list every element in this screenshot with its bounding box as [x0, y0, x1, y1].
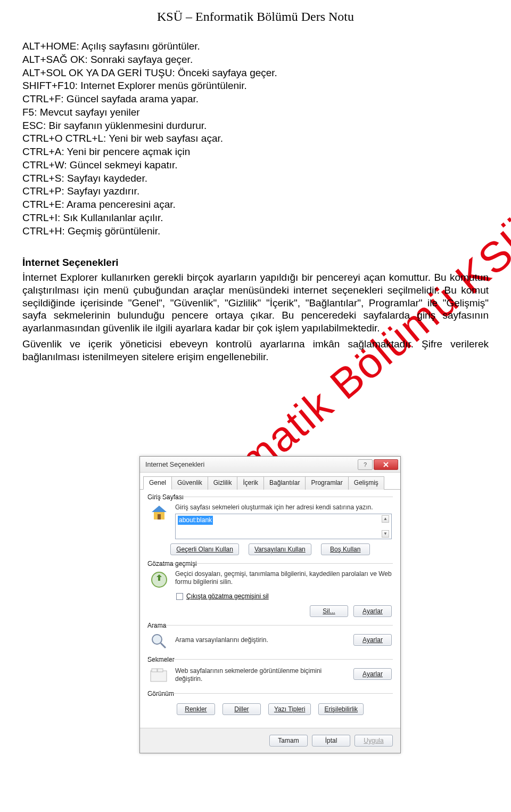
use-blank-button[interactable]: Boş Kullan: [321, 543, 370, 555]
close-icon: [383, 462, 389, 467]
apply-button[interactable]: Uygula: [355, 735, 393, 746]
use-current-button[interactable]: Geçerli Olanı Kullan: [170, 543, 239, 555]
svg-point-7: [152, 635, 162, 644]
shortcut-line: SHIFT+F10: Internet Explorer menüs görün…: [22, 79, 489, 92]
cancel-button[interactable]: İptal: [312, 735, 350, 746]
search-settings-button[interactable]: Ayarlar: [353, 634, 392, 646]
svg-rect-11: [158, 669, 163, 672]
shortcut-line: CTRL+P: Sayfayı yazdırır.: [22, 185, 489, 198]
dialog-title: Internet Seçenekleri: [145, 461, 358, 468]
history-desc: Geçici dosyaları, geçmişi, tanımlama bil…: [175, 569, 392, 586]
scroll-up-icon[interactable]: ▲: [382, 515, 389, 523]
tabs-desc: Web sayfalarının sekmelerde görüntülenme…: [175, 665, 348, 683]
colors-button[interactable]: Renkler: [177, 703, 215, 715]
shortcut-line: CTRL+A: Yeni bir pencere açmak için: [22, 145, 489, 158]
shortcut-line: CTRL+H: Geçmiş görüntülenir.: [22, 225, 489, 238]
scroll-down-icon[interactable]: ▼: [382, 530, 389, 538]
section-title: İnternet Seçenekleri: [22, 256, 489, 269]
shortcut-line: ALT+SOL OK YA DA GERİ TUŞU: Önceki sayfa…: [22, 67, 489, 79]
paragraph: İnternet Explorer kullanırken gerekli bi…: [22, 271, 489, 335]
dialog-button-bar: Tamam İptal Uygula: [140, 728, 400, 753]
svg-marker-2: [152, 506, 167, 512]
shortcut-line: CTRL+S: Sayfayı kaydeder.: [22, 172, 489, 185]
tab-security[interactable]: Güvenlik: [171, 476, 208, 490]
svg-rect-9: [151, 671, 167, 681]
document-body: ALT+HOME: Açılış sayfasını görüntüler. A…: [0, 29, 511, 363]
internet-options-dialog: Internet Seçenekleri ? Genel Güvenlik Gi…: [139, 456, 401, 753]
delete-on-exit-label: Çıkışta gözatma geçmişini sil: [186, 592, 269, 600]
shortcut-line: CTRL+E: Arama penceresini açar.: [22, 198, 489, 211]
delete-button[interactable]: Sil...: [310, 605, 348, 617]
accessibility-button[interactable]: Erişilebilirlik: [318, 703, 364, 715]
ok-button[interactable]: Tamam: [269, 735, 308, 746]
panel-general: Giriş Sayfası Giriş sayfası sekmeleri ol…: [140, 490, 400, 728]
home-icon: [149, 502, 170, 524]
shortcut-line: ESC: Bir sayfanın yüklenmesini durdurur.: [22, 119, 489, 132]
shortcut-line: CTRL+F: Güncel sayfada arama yapar.: [22, 93, 489, 105]
help-button[interactable]: ?: [358, 459, 373, 470]
homepage-textarea[interactable]: about:blank ▲ ▼: [175, 514, 392, 539]
shortcut-line: ALT+SAĞ OK: Sonraki sayfaya geçer.: [22, 53, 489, 66]
use-default-button[interactable]: Varsayılanı Kullan: [249, 543, 311, 555]
search-icon: [149, 631, 170, 652]
history-settings-button[interactable]: Ayarlar: [353, 605, 392, 617]
page-header: KSÜ – Enformatik Bölümü Ders Notu: [0, 0, 511, 29]
paragraph: Güvenlik ve içerik yöneticisi ebeveyn ko…: [22, 338, 489, 363]
shortcut-line: CTRL+W: Güncel sekmeyi kapatır.: [22, 159, 489, 172]
close-button[interactable]: [374, 459, 398, 470]
tabs-icon: [149, 665, 170, 686]
tab-general[interactable]: Genel: [143, 476, 172, 490]
svg-rect-4: [158, 514, 161, 519]
dialog-titlebar: Internet Seçenekleri ?: [140, 457, 400, 473]
tabs-settings-button[interactable]: Ayarlar: [353, 668, 392, 680]
fonts-button[interactable]: Yazı Tipleri: [268, 703, 311, 715]
tab-connections[interactable]: Bağlantılar: [263, 476, 306, 490]
tab-content[interactable]: İçerik: [237, 476, 264, 490]
tab-advanced[interactable]: Gelişmiş: [348, 476, 384, 490]
shortcut-line: CTRL+O CTRL+L: Yeni bir web sayfası açar…: [22, 132, 489, 145]
shortcut-line: CTRL+I: Sık Kullanılanlar açılır.: [22, 212, 489, 224]
delete-on-exit-checkbox[interactable]: [176, 593, 183, 600]
svg-rect-10: [152, 669, 157, 672]
homepage-value: about:blank: [178, 516, 213, 525]
homepage-desc: Giriş sayfası sekmeleri oluşturmak için …: [175, 504, 373, 511]
tab-programs[interactable]: Programlar: [305, 476, 348, 490]
tab-strip: Genel Güvenlik Gizlilik İçerik Bağlantıl…: [140, 473, 400, 490]
search-desc: Arama varsayılanlarını değiştirin.: [175, 631, 348, 644]
tab-privacy[interactable]: Gizlilik: [208, 476, 238, 490]
history-icon: [149, 569, 170, 590]
languages-button[interactable]: Diller: [222, 703, 261, 715]
shortcut-line: F5: Mevcut sayfayı yeniler: [22, 106, 489, 119]
svg-line-8: [161, 643, 166, 648]
shortcut-line: ALT+HOME: Açılış sayfasını görüntüler.: [22, 40, 489, 53]
